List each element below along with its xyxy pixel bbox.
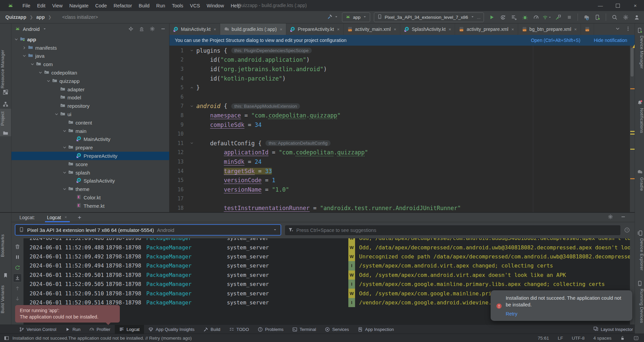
editor-tab-activity-main.xml[interactable]: </>activity_main.xml× (344, 23, 400, 35)
editor-scrollbar[interactable] (631, 48, 634, 77)
editor-tab-activity-prepare.xml[interactable]: </>activity_prepare.xml× (455, 23, 518, 35)
close-tab-icon[interactable]: × (280, 27, 283, 32)
tool-window-toggle-icon[interactable] (4, 336, 9, 341)
project-options-button[interactable] (150, 26, 155, 33)
tree-item-content[interactable]: content (11, 118, 169, 127)
build-widget[interactable] (327, 14, 338, 20)
banner-open-link[interactable]: Open (Ctrl+Alt+Shift+S) (531, 38, 580, 43)
editor-tab-bg-btn-prepare.xml[interactable]: </>bg_btn_prepare.xml× (518, 23, 581, 35)
chev-d-icon[interactable] (190, 49, 194, 52)
editor-tab-build.gradle.kts-app-[interactable]: build.gradle.kts (:app)× (220, 23, 286, 35)
breadcrumb-project[interactable]: Quizzapp (5, 14, 26, 20)
tree-item-java[interactable]: java (11, 52, 169, 60)
caret-icon[interactable] (334, 15, 338, 19)
tree-item-quizzapp[interactable]: quizzapp (11, 77, 169, 85)
chev-d-icon[interactable] (38, 70, 43, 75)
tab-todo[interactable]: TODO (225, 325, 253, 334)
hammer-blue-icon[interactable] (327, 14, 333, 19)
tree-item-manifests[interactable]: manifests (11, 44, 169, 52)
stripe-bookmarks[interactable]: Bookmarks (0, 234, 11, 257)
apply-changes-restart-button[interactable] (499, 13, 507, 21)
editor-tab-overflow[interactable]: </> (581, 23, 594, 35)
indent-style[interactable]: 4 spaces (593, 336, 611, 341)
close-tab-icon[interactable]: × (213, 27, 216, 32)
chev-d-icon[interactable] (22, 54, 27, 58)
stripe-resource-manager[interactable]: Resource Manager (0, 50, 11, 88)
fold-marker[interactable] (187, 104, 196, 108)
tree-item-app[interactable]: app (11, 35, 169, 44)
chev-d-icon[interactable] (62, 170, 67, 175)
chev-d-icon[interactable] (30, 62, 35, 66)
tab-layout-inspector[interactable]: Layout Inspector (589, 325, 637, 334)
tree-chevron[interactable] (46, 79, 51, 83)
bookmark-icon[interactable] (3, 273, 8, 278)
close-tab-icon[interactable]: × (511, 27, 514, 32)
apply-code-changes-button[interactable] (510, 13, 518, 21)
tab-services[interactable]: Services (320, 325, 353, 334)
search-everywhere-button[interactable] (610, 13, 618, 21)
lock-open-icon[interactable] (620, 336, 625, 340)
chev-u-icon[interactable] (190, 86, 194, 90)
chev-r-icon[interactable] (22, 46, 27, 50)
locate-file-button[interactable] (128, 26, 134, 33)
fold-marker[interactable] (187, 141, 196, 145)
previous-occurrence-button[interactable] (13, 284, 22, 293)
tree-chevron[interactable] (38, 70, 43, 75)
profiler-button[interactable] (532, 13, 540, 21)
error-stripe-mark[interactable] (630, 131, 635, 132)
chev-d-icon[interactable] (62, 187, 67, 191)
tree-chevron[interactable] (21, 46, 27, 50)
error-stripe-mark[interactable] (630, 134, 635, 135)
stripe-project[interactable]: Project (0, 111, 11, 126)
close-tab-icon[interactable]: × (574, 27, 577, 32)
chev-d-icon[interactable] (46, 79, 51, 83)
menu-window[interactable]: Window (203, 2, 228, 9)
menu-tools[interactable]: Tools (168, 2, 187, 9)
line-ending[interactable]: LF (558, 336, 563, 341)
editor-tab-splashactivity.kt[interactable]: SplashActivity.kt× (400, 23, 455, 35)
tree-item-color.kt[interactable]: Color.kt (11, 193, 169, 202)
menu-vcs[interactable]: VCS (187, 2, 203, 9)
tree-chevron[interactable] (62, 129, 67, 133)
restart-logcat-button[interactable] (13, 263, 22, 272)
tree-item-com[interactable]: com (11, 60, 169, 68)
menu-build[interactable]: Build (135, 2, 153, 9)
tree-item-score[interactable]: score (11, 160, 169, 168)
stripe-device-manager[interactable]: Device Manager (635, 36, 644, 69)
fold-marker[interactable] (187, 49, 196, 52)
chev-d-icon[interactable] (54, 112, 59, 116)
menu-file[interactable]: File (19, 2, 34, 9)
editor-tab-mainactivity.kt[interactable]: MainActivity.kt× (169, 23, 220, 35)
next-occurrence-button[interactable] (13, 294, 22, 303)
maximize-button[interactable] (609, 0, 627, 11)
minimize-button[interactable]: — (592, 0, 609, 11)
tree-chevron[interactable] (54, 112, 59, 116)
close-tab-icon[interactable]: × (337, 27, 340, 32)
stripe-gradle[interactable]: Gradle (635, 177, 644, 191)
error-stripe-mark[interactable] (630, 88, 635, 89)
alert-box-icon[interactable] (634, 336, 639, 341)
target-device-select[interactable]: Pixel_3a_API_34_extension_level_7_x86 ..… (374, 12, 484, 22)
stripe-device-explorer[interactable]: Device Explorer (635, 238, 644, 271)
hierarchy-icon[interactable] (3, 101, 8, 107)
hide-panel-button[interactable] (160, 26, 166, 33)
stop-button[interactable] (565, 13, 573, 21)
tree-item-theme[interactable]: theme (11, 185, 169, 193)
resource-mgr-icon[interactable] (3, 89, 8, 95)
banner-hide-link[interactable]: Hide notification (594, 38, 627, 43)
menu-navigate[interactable]: Navigate (66, 2, 92, 9)
scroll-to-end-button[interactable] (13, 274, 22, 282)
tree-chevron[interactable] (30, 62, 35, 66)
tree-item-model[interactable]: model (11, 94, 169, 102)
lock-icon[interactable] (620, 336, 625, 340)
tree-item-splashactivity[interactable]: SplashActivity (11, 177, 169, 185)
tab-profiler[interactable]: Profiler (85, 325, 115, 334)
project-view-select[interactable]: Android (23, 27, 40, 32)
close-tab-icon[interactable]: × (394, 27, 396, 32)
tab-build[interactable]: Build (199, 325, 225, 334)
bell-dot-icon[interactable] (637, 100, 643, 106)
tab-options-button[interactable] (626, 26, 631, 32)
fold-marker[interactable] (187, 86, 196, 90)
sync-gradle-button[interactable] (582, 13, 590, 21)
tree-item-codepolitan[interactable]: codepolitan (11, 68, 169, 77)
